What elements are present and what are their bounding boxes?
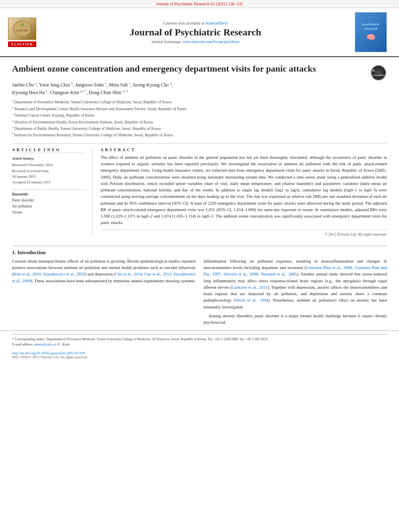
corresponding-text: * Corresponding author. Department of Pr… — [12, 337, 268, 341]
doi-link-line: http://dx.doi.org/10.1016/j.jpsychires.2… — [12, 351, 387, 355]
intro-para-2: inflammation following air pollution exp… — [204, 258, 387, 310]
page-wrapper: Journal of Psychiatric Research 62 (2015… — [0, 0, 399, 361]
bottom-bar: http://dx.doi.org/10.1016/j.jpsychires.2… — [0, 349, 399, 361]
footnote-corresponding: * Corresponding author. Department of Pr… — [12, 337, 387, 342]
ref-gackiere[interactable]: Gackiere et al., 2011 — [232, 285, 267, 290]
keywords-list: Panic disorder Air pollution Ozone — [12, 197, 86, 216]
thumb-title: psychiatric research 🧠 — [362, 22, 380, 43]
crossmark: ✕CrossMark — [371, 65, 387, 81]
keyword-2: Air pollution — [12, 203, 86, 210]
affil-d: d Division of Environmental Health, Kore… — [12, 119, 387, 125]
abstract-text: The effect of ambient air pollution on p… — [101, 154, 387, 226]
footnote-area: * Corresponding author. Department of Pr… — [0, 331, 399, 349]
footnote-divider — [12, 334, 387, 335]
affil-a: a Department of Preventive Medicine, Yon… — [12, 99, 387, 105]
contents-text: Contents lists available at — [163, 21, 204, 25]
article-info-col: A R T I C L E I N F O Article history: R… — [12, 148, 93, 236]
affil-b: b Research and Development Center, Healt… — [12, 106, 387, 112]
email-link[interactable]: pream@yuhs.ac — [34, 342, 56, 346]
elsevier-label: ELSEVIER — [8, 41, 36, 47]
footnote-email: E-mail address: pream@yuhs.ac (C. Kim). — [12, 342, 387, 347]
section-1-title: 1. Introduction — [12, 249, 387, 256]
keywords-section: Keywords: Panic disorder Air pollution O… — [12, 189, 86, 216]
article-content: Ambient ozone concentration and emergenc… — [0, 57, 399, 242]
keyword-1: Panic disorder — [12, 197, 86, 203]
article-info-heading: A R T I C L E I N F O — [12, 148, 86, 153]
affil-e: e Department of Public Health, Yonsei Un… — [12, 125, 387, 131]
journal-thumb: psychiatric research 🧠 — [355, 12, 391, 52]
journal-homepage: journal homepage: www.elsevier.com/locat… — [40, 39, 351, 44]
body-col-right: inflammation following air pollution exp… — [204, 258, 387, 329]
abstract-heading: A B S T R A C T — [101, 148, 387, 152]
intro-para-3: Among anxiety disorders, panic disorder … — [204, 313, 387, 326]
ref-kim-2010[interactable]: Kim et al., 2010; Szyszkowicz et al., 20… — [14, 272, 85, 276]
science-direct-link[interactable]: ScienceDirect — [205, 21, 228, 25]
accepted-date: Accepted 16 January 2015 — [12, 180, 51, 184]
issn-line: 0022-3956/© 2015 Elsevier Ltd. All right… — [12, 355, 387, 359]
homepage-url[interactable]: www.elsevier.com/locate/psychires — [183, 39, 239, 44]
article-title: Ambient ozone concentration and emergenc… — [12, 63, 316, 75]
journal-top-bar: Journal of Psychiatric Research 62 (2015… — [0, 0, 399, 8]
elsevier-logo-area: 🌿 ELSEVIER ELSEVIER — [8, 18, 40, 47]
intro-para-1: Concern about neuropsychiatric effects o… — [12, 258, 195, 284]
history-label: Article history: — [12, 156, 86, 161]
revised-date: 16 January 2015 — [12, 175, 36, 179]
elsevier-icon: 🌿 ELSEVIER — [8, 18, 36, 40]
revised-label: Received in revised form — [12, 169, 49, 173]
affiliations: a Department of Preventive Medicine, Yon… — [12, 99, 387, 138]
svg-text:ELSEVIER: ELSEVIER — [16, 29, 27, 32]
section-divider-1 — [12, 246, 387, 246]
authors-line: Jaelim Cho a, Yoon Jung Choi b, Jungwoo … — [12, 81, 387, 97]
journal-title: Journal of Psychiatric Research — [40, 27, 351, 38]
article-title-row: Ambient ozone concentration and emergenc… — [12, 63, 387, 81]
abstract-col: A B S T R A C T The effect of ambient ai… — [101, 148, 387, 236]
affil-f: f Institute for Environmental Research, … — [12, 132, 387, 138]
journal-header-center: Contents lists available at ScienceDirec… — [40, 21, 351, 44]
journal-thumb-img: psychiatric research 🧠 — [355, 12, 387, 52]
journal-header: 🌿 ELSEVIER ELSEVIER Contents lists avail… — [0, 8, 399, 57]
journal-ref: Journal of Psychiatric Research 62 (2015… — [156, 2, 243, 6]
article-body: 1. Introduction Concern about neuropsych… — [0, 249, 399, 329]
doi-link[interactable]: http://dx.doi.org/10.1016/j.jpsychires.2… — [12, 351, 85, 355]
ref-weiss[interactable]: Weiss et al., 1994 — [235, 298, 268, 302]
svg-text:🌿: 🌿 — [20, 23, 24, 27]
article-info-abstract: A R T I C L E I N F O Article history: R… — [12, 143, 387, 236]
body-col-left: Concern about neuropsychiatric effects o… — [12, 258, 195, 329]
homepage-label: journal homepage: — [152, 39, 182, 44]
received-date: Received 6 November 2014 — [12, 163, 53, 167]
crossmark-badge: ✕CrossMark — [371, 65, 386, 80]
ref-gonzalez-2008[interactable]: Gonzalez-Pina et al., 2008; Gonzalez-Pin… — [204, 265, 387, 276]
contents-line: Contents lists available at ScienceDirec… — [40, 21, 351, 25]
copyright-line: © 2015 Elsevier Ltd. All rights reserved… — [101, 230, 387, 236]
keyword-3: Ozone — [12, 210, 86, 216]
email-suffix: (C. Kim). — [57, 342, 70, 346]
affil-c: c National Cancer Center, Koyang, Republ… — [12, 112, 387, 118]
email-label: E-mail address: — [12, 342, 33, 346]
article-history: Article history: Received 6 November 201… — [12, 156, 86, 185]
svg-point-0 — [13, 21, 31, 37]
two-col-body: Concern about neuropsychiatric effects o… — [12, 258, 387, 329]
keywords-label: Keywords: — [12, 192, 86, 196]
